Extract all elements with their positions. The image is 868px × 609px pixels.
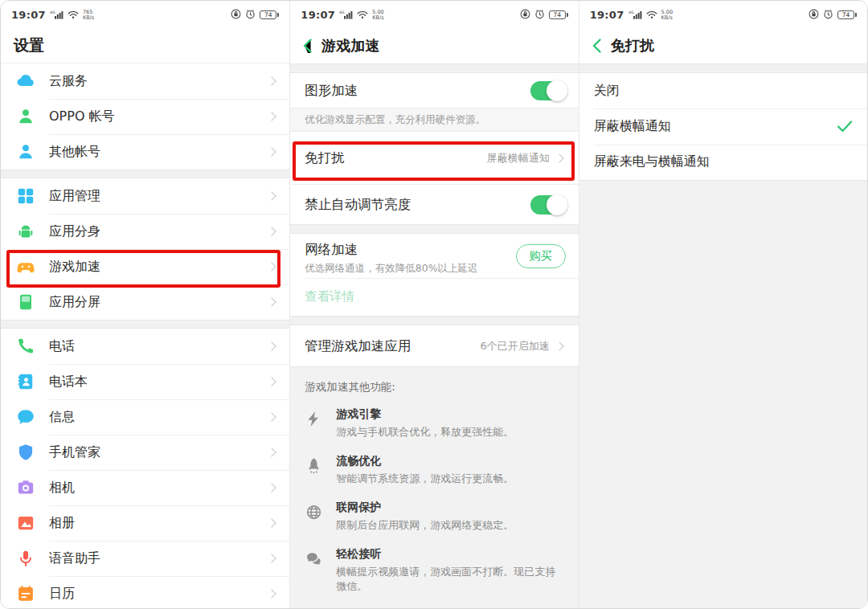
- chevron-right-icon: [555, 341, 563, 350]
- section-divider: [290, 63, 578, 73]
- sidebar-item-phone-manager[interactable]: 手机管家: [1, 435, 289, 470]
- alarm-icon: [823, 7, 833, 22]
- microphone-icon: [15, 548, 36, 569]
- status-bar: 19:07 4G 5.00KB/s 74: [290, 1, 578, 28]
- chevron-right-icon: [268, 227, 276, 235]
- battery-icon: 74: [260, 10, 279, 19]
- option-label: 屏蔽来电与横幅通知: [594, 153, 710, 170]
- auto-brightness-row[interactable]: 禁止自动调节亮度: [290, 184, 578, 224]
- sidebar-item-contacts[interactable]: 电话本: [1, 364, 289, 399]
- item-label: 语音助手: [49, 550, 268, 567]
- sidebar-item-app-clone[interactable]: 应用分身: [1, 214, 289, 249]
- cloud-icon: [15, 71, 36, 92]
- sidebar-item-voice-assistant[interactable]: 语音助手: [1, 541, 289, 576]
- svg-text:4G: 4G: [339, 10, 345, 14]
- settings-header: 设置: [1, 28, 289, 63]
- item-label: 电话: [49, 338, 268, 355]
- sidebar-item-game-boost[interactable]: 游戏加速: [1, 249, 289, 284]
- phone-icon: [15, 336, 36, 357]
- wifi-icon: [68, 7, 79, 22]
- graphics-boost-row[interactable]: 图形加速: [290, 73, 578, 108]
- chevron-right-icon: [268, 518, 276, 527]
- sidebar-item-oppo-account[interactable]: OPPO 帐号: [1, 99, 289, 134]
- item-label: 应用管理: [49, 188, 268, 205]
- back-button[interactable]: [592, 39, 601, 53]
- sidebar-item-app-management[interactable]: 应用管理: [1, 178, 289, 214]
- sidebar-item-gallery[interactable]: 相册: [1, 505, 289, 541]
- other-features-section: 游戏加速其他功能: 游戏引擎 游戏与手机联合优化，释放更强性能。 流畅优化 智能…: [290, 366, 578, 609]
- check-icon: [837, 120, 853, 133]
- sidebar-item-split-screen[interactable]: 应用分屏: [1, 284, 289, 320]
- chevron-right-icon: [268, 377, 276, 386]
- gallery-icon: [15, 513, 36, 533]
- item-label: 应用分身: [49, 223, 268, 240]
- feature-title: 联网保护: [336, 501, 514, 515]
- graphics-boost-toggle[interactable]: [530, 81, 566, 100]
- item-label: 游戏加速: [49, 259, 268, 276]
- do-not-disturb-row[interactable]: 免打扰 屏蔽横幅通知: [290, 132, 578, 184]
- chevron-right-icon: [268, 341, 276, 350]
- auto-brightness-toggle[interactable]: [530, 195, 566, 215]
- item-label: 相机: [49, 480, 268, 497]
- back-button[interactable]: [303, 39, 312, 53]
- item-label: 其他帐号: [49, 144, 268, 161]
- message-bubble-icon: [15, 407, 36, 427]
- clock-time: 19:07: [11, 9, 46, 21]
- option-off[interactable]: 关闭: [579, 73, 867, 108]
- game-boost-header: 游戏加速: [290, 28, 578, 63]
- manage-apps-row[interactable]: 管理游戏加速应用 6个已开启加速: [290, 325, 578, 366]
- chevron-right-icon: [268, 76, 276, 85]
- rotation-lock-icon: [809, 7, 819, 22]
- chevron-right-icon: [555, 153, 563, 162]
- group-divider: [1, 170, 289, 178]
- section-divider: [290, 316, 578, 325]
- do-not-disturb-panel: 19:07 4G 5.00KB/s 74 免打扰 关闭: [579, 1, 867, 608]
- settings-group-accounts: 云服务 OPPO 帐号 其他帐号: [1, 63, 289, 170]
- signal-icon: 4G: [628, 7, 642, 22]
- globe-icon: [305, 503, 323, 521]
- feature-desc: 横幅提示视频邀请，游戏画面不打断。现已支持微信。: [336, 565, 563, 595]
- item-label: 应用分屏: [49, 294, 268, 311]
- split-screen-icon: [15, 292, 36, 313]
- view-details-link[interactable]: 查看详情: [305, 288, 354, 305]
- feature-title: 流畅优化: [336, 454, 514, 468]
- option-label: 屏蔽横幅通知: [594, 118, 671, 135]
- sidebar-item-messages[interactable]: 信息: [1, 399, 289, 435]
- rocket-icon: [305, 456, 323, 475]
- page-title: 免打扰: [611, 36, 654, 55]
- settings-group-system-apps: 电话 电话本 信息 手机管家 相机: [1, 329, 289, 609]
- view-details-row[interactable]: 查看详情: [290, 278, 578, 316]
- setting-value: 6个已开启加速: [480, 339, 549, 354]
- feature-desc: 限制后台应用联网，游戏网络更稳定。: [336, 518, 514, 533]
- setting-label: 禁止自动调节亮度: [305, 196, 530, 214]
- battery-level: 74: [842, 11, 850, 18]
- feature-easy-answer: 轻松接听 横幅提示视频邀请，游戏画面不打断。现已支持微信。: [305, 547, 563, 595]
- contacts-icon: [15, 371, 36, 392]
- chat-bubbles-icon: [305, 550, 323, 568]
- alarm-icon: [245, 7, 256, 22]
- chevron-right-icon: [268, 589, 276, 598]
- sidebar-item-phone[interactable]: 电话: [1, 329, 289, 364]
- sidebar-item-cloud-service[interactable]: 云服务: [1, 63, 289, 99]
- do-not-disturb-header: 免打扰: [579, 28, 867, 63]
- buy-button[interactable]: 购买: [516, 244, 566, 268]
- signal-icon: 4G: [50, 7, 63, 22]
- feature-desc: 游戏与手机联合优化，释放更强性能。: [336, 425, 514, 440]
- section-divider: [290, 224, 578, 234]
- status-bar: 19:07 4G 765KB/s 74: [1, 1, 289, 28]
- option-block-calls-and-banners[interactable]: 屏蔽来电与横幅通知: [579, 145, 867, 180]
- network-speed: 765KB/s: [83, 10, 94, 21]
- setting-label: 免打扰: [305, 149, 486, 167]
- sidebar-item-camera[interactable]: 相机: [1, 470, 289, 505]
- gamepad-icon: [15, 256, 36, 277]
- sidebar-item-calendar[interactable]: 日历: [1, 576, 289, 609]
- sidebar-item-other-accounts[interactable]: 其他帐号: [1, 134, 289, 170]
- network-boost-section: 网络加速 优选网络通道，有效降低80%以上延迟 购买: [290, 234, 578, 278]
- feature-smooth-optimization: 流畅优化 智能调节系统资源，游戏运行更流畅。: [305, 454, 563, 487]
- chevron-right-icon: [268, 554, 276, 562]
- item-label: 手机管家: [49, 444, 268, 461]
- chevron-right-icon: [268, 483, 276, 492]
- option-label: 关闭: [594, 83, 620, 100]
- page-title: 游戏加速: [321, 36, 379, 55]
- option-block-banner-notifications[interactable]: 屏蔽横幅通知: [579, 108, 867, 144]
